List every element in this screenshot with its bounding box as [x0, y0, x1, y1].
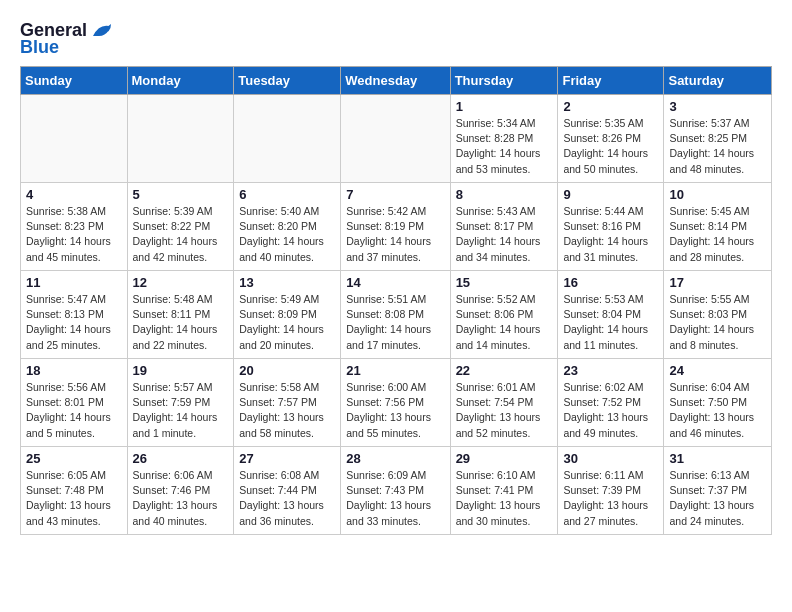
day-info: Sunrise: 5:44 AM Sunset: 8:16 PM Dayligh…: [563, 204, 658, 265]
calendar-cell: 31Sunrise: 6:13 AM Sunset: 7:37 PM Dayli…: [664, 447, 772, 535]
day-info: Sunrise: 6:08 AM Sunset: 7:44 PM Dayligh…: [239, 468, 335, 529]
calendar-cell: 19Sunrise: 5:57 AM Sunset: 7:59 PM Dayli…: [127, 359, 234, 447]
day-info: Sunrise: 6:09 AM Sunset: 7:43 PM Dayligh…: [346, 468, 444, 529]
calendar-cell: 7Sunrise: 5:42 AM Sunset: 8:19 PM Daylig…: [341, 183, 450, 271]
day-number: 5: [133, 187, 229, 202]
calendar-cell: 6Sunrise: 5:40 AM Sunset: 8:20 PM Daylig…: [234, 183, 341, 271]
calendar-cell: 21Sunrise: 6:00 AM Sunset: 7:56 PM Dayli…: [341, 359, 450, 447]
calendar-cell: [21, 95, 128, 183]
day-number: 19: [133, 363, 229, 378]
calendar-cell: 20Sunrise: 5:58 AM Sunset: 7:57 PM Dayli…: [234, 359, 341, 447]
day-info: Sunrise: 6:10 AM Sunset: 7:41 PM Dayligh…: [456, 468, 553, 529]
calendar-table: SundayMondayTuesdayWednesdayThursdayFrid…: [20, 66, 772, 535]
week-row-2: 4Sunrise: 5:38 AM Sunset: 8:23 PM Daylig…: [21, 183, 772, 271]
calendar-cell: 23Sunrise: 6:02 AM Sunset: 7:52 PM Dayli…: [558, 359, 664, 447]
week-row-3: 11Sunrise: 5:47 AM Sunset: 8:13 PM Dayli…: [21, 271, 772, 359]
day-info: Sunrise: 6:06 AM Sunset: 7:46 PM Dayligh…: [133, 468, 229, 529]
calendar-header-sunday: Sunday: [21, 67, 128, 95]
day-number: 30: [563, 451, 658, 466]
day-info: Sunrise: 5:56 AM Sunset: 8:01 PM Dayligh…: [26, 380, 122, 441]
calendar-cell: [341, 95, 450, 183]
day-number: 22: [456, 363, 553, 378]
day-number: 4: [26, 187, 122, 202]
day-number: 27: [239, 451, 335, 466]
day-info: Sunrise: 5:45 AM Sunset: 8:14 PM Dayligh…: [669, 204, 766, 265]
calendar-cell: 16Sunrise: 5:53 AM Sunset: 8:04 PM Dayli…: [558, 271, 664, 359]
day-number: 10: [669, 187, 766, 202]
calendar-cell: 4Sunrise: 5:38 AM Sunset: 8:23 PM Daylig…: [21, 183, 128, 271]
title-area: [113, 16, 772, 18]
day-info: Sunrise: 5:40 AM Sunset: 8:20 PM Dayligh…: [239, 204, 335, 265]
calendar-cell: [127, 95, 234, 183]
calendar-cell: 12Sunrise: 5:48 AM Sunset: 8:11 PM Dayli…: [127, 271, 234, 359]
calendar-header-row: SundayMondayTuesdayWednesdayThursdayFrid…: [21, 67, 772, 95]
day-number: 29: [456, 451, 553, 466]
day-number: 18: [26, 363, 122, 378]
day-info: Sunrise: 5:34 AM Sunset: 8:28 PM Dayligh…: [456, 116, 553, 177]
day-number: 14: [346, 275, 444, 290]
day-number: 20: [239, 363, 335, 378]
calendar-header-monday: Monday: [127, 67, 234, 95]
day-info: Sunrise: 6:11 AM Sunset: 7:39 PM Dayligh…: [563, 468, 658, 529]
day-info: Sunrise: 6:00 AM Sunset: 7:56 PM Dayligh…: [346, 380, 444, 441]
calendar-header-saturday: Saturday: [664, 67, 772, 95]
calendar-cell: 18Sunrise: 5:56 AM Sunset: 8:01 PM Dayli…: [21, 359, 128, 447]
calendar-cell: 25Sunrise: 6:05 AM Sunset: 7:48 PM Dayli…: [21, 447, 128, 535]
day-number: 9: [563, 187, 658, 202]
day-number: 7: [346, 187, 444, 202]
day-info: Sunrise: 5:58 AM Sunset: 7:57 PM Dayligh…: [239, 380, 335, 441]
calendar-cell: 26Sunrise: 6:06 AM Sunset: 7:46 PM Dayli…: [127, 447, 234, 535]
day-info: Sunrise: 5:37 AM Sunset: 8:25 PM Dayligh…: [669, 116, 766, 177]
calendar-cell: 1Sunrise: 5:34 AM Sunset: 8:28 PM Daylig…: [450, 95, 558, 183]
day-info: Sunrise: 5:51 AM Sunset: 8:08 PM Dayligh…: [346, 292, 444, 353]
calendar-cell: 11Sunrise: 5:47 AM Sunset: 8:13 PM Dayli…: [21, 271, 128, 359]
header: General Blue: [20, 16, 772, 58]
day-number: 2: [563, 99, 658, 114]
calendar-cell: 15Sunrise: 5:52 AM Sunset: 8:06 PM Dayli…: [450, 271, 558, 359]
calendar-cell: 2Sunrise: 5:35 AM Sunset: 8:26 PM Daylig…: [558, 95, 664, 183]
calendar-cell: 29Sunrise: 6:10 AM Sunset: 7:41 PM Dayli…: [450, 447, 558, 535]
day-number: 6: [239, 187, 335, 202]
calendar-cell: 3Sunrise: 5:37 AM Sunset: 8:25 PM Daylig…: [664, 95, 772, 183]
calendar-cell: 30Sunrise: 6:11 AM Sunset: 7:39 PM Dayli…: [558, 447, 664, 535]
day-info: Sunrise: 6:05 AM Sunset: 7:48 PM Dayligh…: [26, 468, 122, 529]
day-number: 1: [456, 99, 553, 114]
calendar-header-friday: Friday: [558, 67, 664, 95]
calendar-cell: [234, 95, 341, 183]
day-number: 13: [239, 275, 335, 290]
calendar-cell: 28Sunrise: 6:09 AM Sunset: 7:43 PM Dayli…: [341, 447, 450, 535]
day-info: Sunrise: 5:48 AM Sunset: 8:11 PM Dayligh…: [133, 292, 229, 353]
logo-blue-text: Blue: [20, 37, 59, 58]
day-info: Sunrise: 5:38 AM Sunset: 8:23 PM Dayligh…: [26, 204, 122, 265]
calendar-header-wednesday: Wednesday: [341, 67, 450, 95]
calendar-cell: 22Sunrise: 6:01 AM Sunset: 7:54 PM Dayli…: [450, 359, 558, 447]
day-info: Sunrise: 5:55 AM Sunset: 8:03 PM Dayligh…: [669, 292, 766, 353]
day-info: Sunrise: 5:52 AM Sunset: 8:06 PM Dayligh…: [456, 292, 553, 353]
day-info: Sunrise: 6:13 AM Sunset: 7:37 PM Dayligh…: [669, 468, 766, 529]
day-number: 21: [346, 363, 444, 378]
day-number: 23: [563, 363, 658, 378]
day-number: 26: [133, 451, 229, 466]
day-number: 12: [133, 275, 229, 290]
calendar-header-tuesday: Tuesday: [234, 67, 341, 95]
day-number: 8: [456, 187, 553, 202]
day-info: Sunrise: 5:49 AM Sunset: 8:09 PM Dayligh…: [239, 292, 335, 353]
day-info: Sunrise: 5:35 AM Sunset: 8:26 PM Dayligh…: [563, 116, 658, 177]
day-number: 24: [669, 363, 766, 378]
day-number: 25: [26, 451, 122, 466]
day-info: Sunrise: 6:02 AM Sunset: 7:52 PM Dayligh…: [563, 380, 658, 441]
day-info: Sunrise: 5:43 AM Sunset: 8:17 PM Dayligh…: [456, 204, 553, 265]
calendar-cell: 17Sunrise: 5:55 AM Sunset: 8:03 PM Dayli…: [664, 271, 772, 359]
day-number: 28: [346, 451, 444, 466]
calendar-cell: 24Sunrise: 6:04 AM Sunset: 7:50 PM Dayli…: [664, 359, 772, 447]
day-number: 11: [26, 275, 122, 290]
day-number: 3: [669, 99, 766, 114]
logo-bird-icon: [91, 22, 113, 40]
day-info: Sunrise: 5:57 AM Sunset: 7:59 PM Dayligh…: [133, 380, 229, 441]
calendar-cell: 8Sunrise: 5:43 AM Sunset: 8:17 PM Daylig…: [450, 183, 558, 271]
logo: General Blue: [20, 20, 113, 58]
day-number: 17: [669, 275, 766, 290]
day-info: Sunrise: 5:42 AM Sunset: 8:19 PM Dayligh…: [346, 204, 444, 265]
calendar-cell: 5Sunrise: 5:39 AM Sunset: 8:22 PM Daylig…: [127, 183, 234, 271]
day-info: Sunrise: 6:01 AM Sunset: 7:54 PM Dayligh…: [456, 380, 553, 441]
